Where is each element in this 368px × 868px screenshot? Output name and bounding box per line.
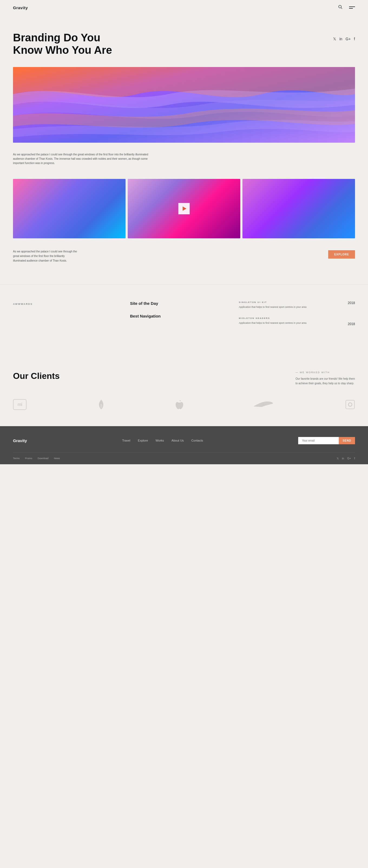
footer-nav-travel[interactable]: Travel bbox=[122, 439, 130, 442]
logo[interactable]: Gravity bbox=[13, 5, 28, 10]
nike-swoosh-icon bbox=[254, 401, 275, 409]
clients-right: — We Worked With Our favorite brands are… bbox=[295, 371, 355, 385]
footer-logo[interactable]: Gravity bbox=[13, 438, 27, 443]
footer-link-terms[interactable]: Terms bbox=[13, 457, 20, 460]
gallery-item-1 bbox=[13, 179, 125, 238]
play-triangle-icon bbox=[182, 207, 187, 211]
clients-logos: mi bbox=[13, 399, 355, 410]
footer-email-input[interactable] bbox=[298, 437, 339, 444]
award-item-2: Midleton Headers Application that helps … bbox=[239, 317, 345, 325]
explore-text: As we approached the palace I could see … bbox=[13, 249, 78, 263]
footer-nav-contacts[interactable]: Contacts bbox=[191, 439, 203, 442]
hero-title: Branding Do You Know Who You Are bbox=[13, 31, 148, 56]
apple-icon bbox=[176, 400, 183, 409]
award-desc-1: Application that helps to find nearest s… bbox=[239, 305, 345, 309]
linkedin-icon[interactable]: in bbox=[339, 37, 342, 41]
explore-button[interactable]: Explore bbox=[328, 250, 355, 259]
awards-label: Awwwards bbox=[13, 303, 33, 305]
play-button[interactable] bbox=[178, 203, 190, 214]
hamburger-icon[interactable] bbox=[349, 6, 355, 9]
main-image-section bbox=[0, 67, 368, 148]
clients-worked-label: — We Worked With bbox=[295, 371, 355, 374]
footer-google-plus-icon[interactable]: G+ bbox=[347, 457, 351, 460]
hamburger-line-top bbox=[349, 6, 355, 7]
gallery-item-2[interactable] bbox=[128, 179, 240, 238]
google-plus-icon[interactable]: G+ bbox=[345, 37, 351, 41]
awards-col-1: Awwwards bbox=[13, 301, 124, 333]
svg-point-0 bbox=[339, 5, 341, 8]
footer-nav-aboutus[interactable]: About Us bbox=[172, 439, 184, 442]
client-logo-ghost bbox=[345, 400, 355, 409]
awards-category-2: Best Navigation bbox=[130, 314, 230, 318]
footer-newsletter: SEND bbox=[298, 437, 355, 444]
footer-twitter-icon[interactable]: 𝕏 bbox=[337, 457, 339, 460]
footer-top: Gravity Travel Explore Works About Us Co… bbox=[13, 437, 355, 453]
client-logo-tinder bbox=[97, 399, 106, 410]
facebook-icon[interactable]: f bbox=[354, 37, 355, 41]
awards-col-2: Site of the Day Best Navigation bbox=[124, 301, 236, 333]
svg-line-1 bbox=[341, 8, 342, 9]
award-year-2: 2018 bbox=[348, 322, 355, 326]
award-year-1: 2018 bbox=[348, 301, 355, 305]
hamburger-line-bottom bbox=[349, 8, 353, 9]
twitter-icon[interactable]: 𝕏 bbox=[333, 37, 336, 41]
clients-header: Our Clients — We Worked With Our favorit… bbox=[13, 371, 355, 385]
description-section: As we approached the palace I could see … bbox=[0, 148, 368, 179]
footer-social: 𝕏 in G+ f bbox=[337, 457, 355, 460]
footer-nav-works[interactable]: Works bbox=[155, 439, 164, 442]
awards-col-3: Singleton UI Kit Application that helps … bbox=[236, 301, 348, 333]
award-subtitle-1: Singleton UI Kit bbox=[239, 301, 345, 304]
ghost-icon bbox=[345, 400, 355, 409]
footer: Gravity Travel Explore Works About Us Co… bbox=[0, 426, 368, 464]
social-icons: 𝕏 in G+ f bbox=[333, 37, 355, 41]
client-logo-nike bbox=[254, 401, 275, 409]
clients-desc: Our favorite brands are our friends! We … bbox=[295, 376, 355, 385]
awards-section: Awwwards Site of the Day Best Navigation… bbox=[0, 284, 368, 349]
explore-section: As we approached the palace I could see … bbox=[0, 244, 368, 284]
awards-col-4: 2018 2018 bbox=[348, 301, 355, 333]
mi-icon: mi bbox=[13, 399, 27, 410]
svg-point-5 bbox=[349, 403, 351, 406]
gallery-section bbox=[0, 179, 368, 244]
award-item-1: Singleton UI Kit Application that helps … bbox=[239, 301, 345, 309]
clients-title: Our Clients bbox=[13, 371, 59, 381]
clients-section: Our Clients — We Worked With Our favorit… bbox=[0, 349, 368, 426]
footer-nav-explore[interactable]: Explore bbox=[138, 439, 148, 442]
client-logo-xiaomi: mi bbox=[13, 399, 27, 410]
footer-links: Terms Promo Download News bbox=[13, 457, 60, 460]
award-subtitle-2: Midleton Headers bbox=[239, 317, 345, 319]
header-right bbox=[338, 5, 355, 10]
footer-link-news[interactable]: News bbox=[54, 457, 60, 460]
search-icon[interactable] bbox=[338, 5, 343, 10]
award-desc-2: Application that helps to find nearest s… bbox=[239, 321, 345, 325]
footer-link-promo[interactable]: Promo bbox=[25, 457, 32, 460]
gallery-grid bbox=[13, 179, 355, 238]
client-logo-apple bbox=[176, 400, 183, 409]
footer-nav: Travel Explore Works About Us Contacts bbox=[122, 439, 203, 442]
header: Gravity bbox=[0, 0, 368, 15]
footer-bottom: Terms Promo Download News 𝕏 in G+ f bbox=[13, 453, 355, 464]
gallery-item-3 bbox=[243, 179, 355, 238]
awards-category-1: Site of the Day bbox=[130, 301, 230, 306]
footer-link-download[interactable]: Download bbox=[38, 457, 49, 460]
footer-linkedin-icon[interactable]: in bbox=[342, 457, 344, 460]
main-hero-image bbox=[13, 67, 355, 143]
flame-icon bbox=[97, 399, 106, 410]
footer-send-button[interactable]: SEND bbox=[339, 437, 355, 444]
hero-section: Branding Do You Know Who You Are 𝕏 in G+… bbox=[0, 15, 368, 67]
awards-grid: Awwwards Site of the Day Best Navigation… bbox=[13, 301, 355, 333]
footer-facebook-icon[interactable]: f bbox=[354, 457, 355, 460]
description-text: As we approached the palace I could see … bbox=[13, 152, 159, 165]
